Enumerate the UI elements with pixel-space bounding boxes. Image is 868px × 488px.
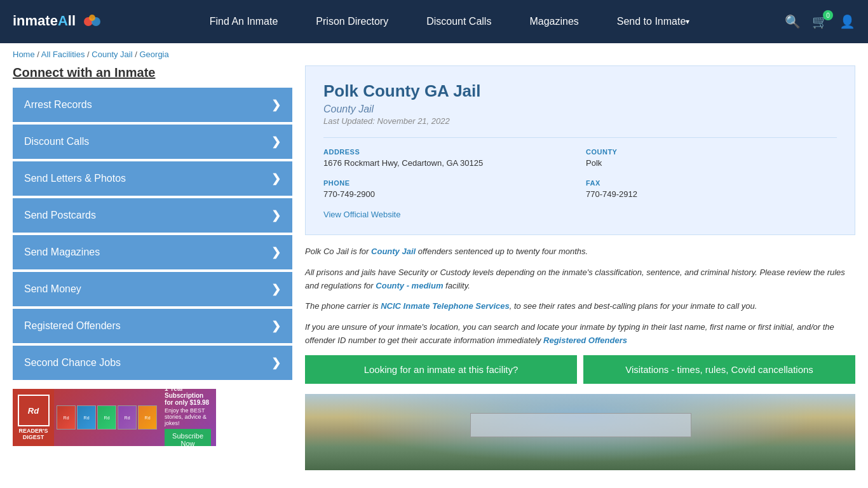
search-icon[interactable]: 🔍 <box>785 14 801 29</box>
svg-point-2 <box>89 15 95 21</box>
chevron-right-icon: ❯ <box>271 172 281 186</box>
address-label: ADDRESS <box>323 148 574 156</box>
header-icons: 🔍 🛒 0 👤 <box>785 14 855 29</box>
phone-label: PHONE <box>323 179 574 187</box>
sidebar-item-send-magazines[interactable]: Send Magazines ❯ <box>13 235 292 269</box>
sidebar-item-second-chance-jobs[interactable]: Second Chance Jobs ❯ <box>13 346 292 380</box>
action-buttons: Looking for an inmate at this facility? … <box>305 355 855 384</box>
find-inmate-button[interactable]: Looking for an inmate at this facility? <box>305 355 577 384</box>
chevron-right-icon: ❯ <box>271 135 281 149</box>
main-container: Connect with an Inmate Arrest Records ❯ … <box>0 65 868 483</box>
official-website-link[interactable]: View Official Website <box>323 210 400 219</box>
county-jail-link[interactable]: County Jail <box>371 247 416 256</box>
nav-prison-directory[interactable]: Prison Directory <box>297 0 407 43</box>
logo[interactable]: inmateAll <box>13 10 114 33</box>
fax-value: 770-749-2912 <box>586 189 837 199</box>
facility-type: County Jail <box>323 104 837 115</box>
address-section: ADDRESS 1676 Rockmart Hwy, Cedartown, GA… <box>323 148 574 168</box>
breadcrumb-georgia[interactable]: Georgia <box>139 50 168 59</box>
mag-cover-2: Rd <box>77 405 96 430</box>
chevron-right-icon: ❯ <box>271 98 281 112</box>
ad-subscribe-button[interactable]: Subscribe Now <box>165 429 211 447</box>
description-2: All prisons and jails have Security or C… <box>305 266 855 293</box>
chevron-right-icon: ❯ <box>271 282 281 296</box>
ad-text: 1 Year Subscription for only $19.98 Enjo… <box>159 389 216 446</box>
facility-title: Polk County GA Jail <box>323 81 837 101</box>
county-value: Polk <box>586 158 837 168</box>
main-nav: Find An Inmate Prison Directory Discount… <box>133 0 766 43</box>
mag-cover-1: Rd <box>57 405 76 430</box>
sidebar-item-arrest-records[interactable]: Arrest Records ❯ <box>13 88 292 122</box>
facility-photo <box>305 394 855 470</box>
logo-text: inmateAll <box>13 10 105 33</box>
nav-discount-calls[interactable]: Discount Calls <box>407 0 510 43</box>
chevron-right-icon: ❯ <box>271 356 281 370</box>
sidebar-item-send-postcards[interactable]: Send Postcards ❯ <box>13 198 292 233</box>
county-section: COUNTY Polk <box>586 148 837 168</box>
description-area: Polk Co Jail is for County Jail offender… <box>305 245 855 348</box>
ad-logo-area: Rd READER'SDIGEST <box>13 389 54 446</box>
nav-magazines[interactable]: Magazines <box>510 0 597 43</box>
ncic-link[interactable]: NCIC Inmate Telephone Services <box>381 301 510 311</box>
nav-send-to-inmate[interactable]: Send to Inmate <box>598 0 709 43</box>
header: inmateAll Find An Inmate Prison Director… <box>0 0 868 43</box>
description-3: The phone carrier is NCIC Inmate Telepho… <box>305 300 855 313</box>
mag-cover-4: Rd <box>118 405 137 430</box>
facility-info-grid: ADDRESS 1676 Rockmart Hwy, Cedartown, GA… <box>323 137 837 199</box>
rd-logo: Rd <box>18 395 50 426</box>
sidebar-item-send-money[interactable]: Send Money ❯ <box>13 272 292 306</box>
chevron-right-icon: ❯ <box>271 245 281 259</box>
description-1: Polk Co Jail is for County Jail offender… <box>305 245 855 259</box>
sidebar-item-send-letters[interactable]: Send Letters & Photos ❯ <box>13 161 292 196</box>
sidebar-item-discount-calls[interactable]: Discount Calls ❯ <box>13 125 292 159</box>
address-value: 1676 Rockmart Hwy, Cedartown, GA 30125 <box>323 158 574 168</box>
chevron-right-icon: ❯ <box>271 208 281 222</box>
cart-icon[interactable]: 🛒 0 <box>812 14 828 29</box>
sidebar-title: Connect with an Inmate <box>13 65 292 80</box>
visitation-button[interactable]: Visitations - times, rules, Covid cancel… <box>583 355 855 384</box>
description-4: If you are unsure of your inmate's locat… <box>305 321 855 348</box>
breadcrumb-all-facilities[interactable]: All Facilities <box>41 50 85 59</box>
mag-cover-3: Rd <box>97 405 116 430</box>
mag-cover-5: Rd <box>138 405 157 430</box>
user-icon[interactable]: 👤 <box>839 14 855 29</box>
content-area: Polk County GA Jail County Jail Last Upd… <box>305 65 855 470</box>
county-label: COUNTY <box>586 148 837 156</box>
fax-section: FAX 770-749-2912 <box>586 179 837 199</box>
phone-value: 770-749-2900 <box>323 189 574 199</box>
ad-banner: Rd READER'SDIGEST Rd Rd Rd Rd Rd 1 Year … <box>13 389 216 446</box>
chevron-right-icon: ❯ <box>271 319 281 333</box>
sidebar-item-registered-offenders[interactable]: Registered Offenders ❯ <box>13 309 292 343</box>
facility-updated: Last Updated: November 21, 2022 <box>323 116 837 126</box>
rd-brand: READER'SDIGEST <box>18 428 48 440</box>
cart-badge: 0 <box>823 10 833 20</box>
breadcrumb-home[interactable]: Home <box>13 50 35 59</box>
sidebar: Connect with an Inmate Arrest Records ❯ … <box>13 65 292 470</box>
county-medium-link[interactable]: County - medium <box>376 281 443 290</box>
fax-label: FAX <box>586 179 837 187</box>
nav-find-inmate[interactable]: Find An Inmate <box>191 0 297 43</box>
facility-card: Polk County GA Jail County Jail Last Upd… <box>305 65 855 235</box>
breadcrumb: Home / All Facilities / County Jail / Ge… <box>0 43 868 65</box>
sidebar-menu: Arrest Records ❯ Discount Calls ❯ Send L… <box>13 88 292 380</box>
breadcrumb-county-jail[interactable]: County Jail <box>92 50 132 59</box>
phone-section: PHONE 770-749-2900 <box>323 179 574 199</box>
registered-offenders-link[interactable]: Registered Offenders <box>543 336 627 345</box>
